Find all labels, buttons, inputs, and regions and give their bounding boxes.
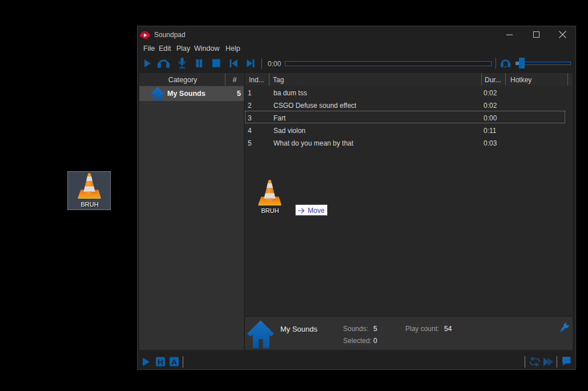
svg-text:A: A (171, 358, 177, 366)
svg-text:H: H (158, 358, 163, 366)
